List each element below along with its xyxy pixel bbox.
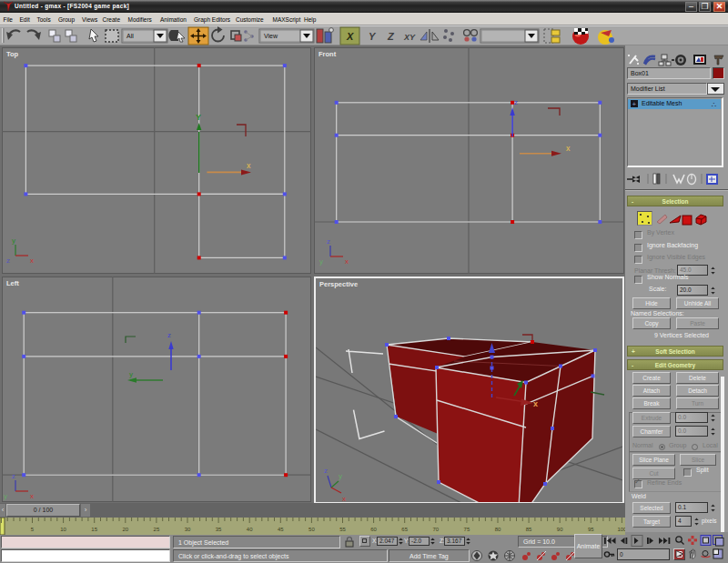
svg-text:45: 45 bbox=[278, 527, 284, 532]
svg-text:x: x bbox=[30, 256, 34, 265]
svg-text:y: y bbox=[319, 257, 323, 266]
svg-text:XY: XY bbox=[403, 33, 416, 42]
svg-text:x: x bbox=[345, 257, 349, 266]
svg-text:95: 95 bbox=[588, 527, 594, 532]
svg-text:25: 25 bbox=[154, 527, 160, 532]
svg-text:x: x bbox=[533, 399, 538, 408]
svg-text:x: x bbox=[342, 495, 346, 502]
svg-text:15: 15 bbox=[91, 527, 97, 532]
svg-text:20: 20 bbox=[122, 527, 128, 532]
svg-text:75: 75 bbox=[464, 527, 470, 532]
svg-text:x: x bbox=[30, 492, 34, 500]
svg-text:Y: Y bbox=[369, 31, 377, 42]
svg-text:65: 65 bbox=[401, 527, 408, 532]
svg-text:x: x bbox=[566, 144, 571, 153]
svg-text:70: 70 bbox=[432, 527, 439, 532]
svg-text:90: 90 bbox=[557, 527, 563, 532]
svg-text:z: z bbox=[12, 472, 15, 480]
svg-text:10: 10 bbox=[60, 527, 66, 532]
svg-text:55: 55 bbox=[339, 527, 346, 532]
svg-text:60: 60 bbox=[370, 527, 377, 532]
svg-text:100: 100 bbox=[617, 527, 625, 532]
svg-text:All: All bbox=[126, 33, 134, 39]
svg-text:40: 40 bbox=[247, 527, 253, 532]
svg-text:y: y bbox=[129, 370, 133, 378]
svg-text:y: y bbox=[4, 492, 7, 500]
svg-text:y: y bbox=[12, 236, 15, 245]
svg-text:50: 50 bbox=[308, 527, 315, 532]
svg-text:z: z bbox=[514, 98, 518, 106]
svg-text:z: z bbox=[324, 467, 328, 475]
svg-text:X: X bbox=[346, 31, 354, 42]
svg-text:80: 80 bbox=[495, 527, 501, 532]
svg-text:z: z bbox=[327, 237, 330, 246]
svg-text:30: 30 bbox=[185, 527, 191, 532]
svg-text:Z: Z bbox=[387, 31, 395, 42]
svg-text:Y: Y bbox=[196, 113, 201, 122]
svg-text:x: x bbox=[247, 161, 251, 170]
svg-text:85: 85 bbox=[526, 527, 532, 532]
svg-text:y: y bbox=[339, 472, 342, 480]
svg-text:View: View bbox=[264, 33, 278, 39]
svg-text:35: 35 bbox=[216, 527, 222, 532]
svg-text:z: z bbox=[6, 256, 10, 265]
svg-text:z: z bbox=[167, 331, 171, 339]
